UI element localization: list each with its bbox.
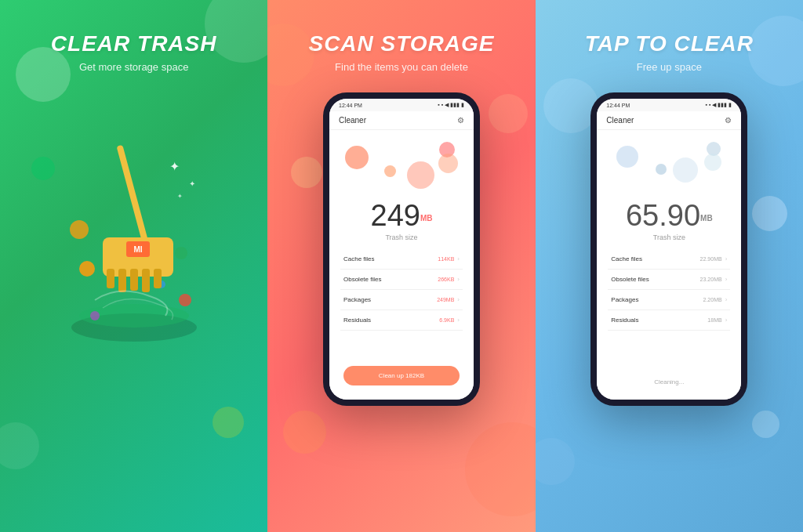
svg-point-3 [175, 247, 187, 259]
file-item-packages: Packages 249MB › [340, 290, 463, 310]
trash-unit-3: MB [700, 214, 713, 223]
app-header: Cleaner ⚙ [329, 111, 474, 130]
svg-rect-12 [130, 269, 138, 291]
svg-point-2 [79, 261, 95, 277]
panel-scan-storage: SCAN STORAGE Find the items you can dele… [267, 0, 535, 532]
panel-clear-trash: CLEAR TRASH Get more storage space [0, 0, 267, 532]
cleaning-status: Cleaning... [605, 372, 733, 392]
file-item-obsolete-3: Obsolete files 23.20MB › [608, 270, 730, 290]
decorative-blob [213, 407, 244, 438]
trash-unit: MB [420, 214, 433, 223]
svg-text:✦: ✦ [189, 179, 195, 188]
panel2-title: SCAN STORAGE [308, 31, 494, 56]
app-name-3: Cleaner [606, 116, 634, 125]
animated-dots [337, 142, 466, 189]
trash-number-3: 65.90 [626, 199, 700, 232]
file-item-residuals: Residuals 6.9KB › [340, 310, 463, 331]
svg-rect-13 [142, 269, 150, 292]
broom-illustration: MI ✦ ✦ ✦ [48, 96, 220, 347]
file-item-cache-3: Cache files 22.90MB › [608, 249, 730, 270]
panel1-subtitle: Get more storage space [79, 61, 188, 73]
svg-rect-11 [118, 269, 126, 292]
decorative-blob [543, 78, 598, 133]
decorative-blob [16, 47, 71, 102]
phone-mockup-2: 12:44 PM ▪ ▪ ◀ ▮▮▮ ▮ Cleaner ⚙ [323, 92, 480, 406]
file-list: Cache files 114KB › Obsolete files 266KB… [337, 249, 466, 360]
svg-text:MI: MI [133, 245, 142, 254]
status-icons: ▪ ▪ ◀ ▮▮▮ ▮ [438, 102, 464, 108]
panel2-subtitle: Find the items you can delete [335, 61, 468, 73]
status-bar: 12:44 PM ▪ ▪ ◀ ▮▮▮ ▮ [329, 99, 474, 111]
svg-text:✦: ✦ [177, 193, 183, 200]
decorative-blob [0, 422, 39, 469]
svg-text:✦: ✦ [169, 160, 180, 173]
decorative-blob [291, 157, 322, 188]
decorative-blob [465, 422, 536, 516]
status-bar-3: 12:44 PM ▪ ▪ ◀ ▮▮▮ ▮ [597, 99, 741, 111]
trash-size-display: 249MB Trash size [337, 193, 466, 249]
trash-label: Trash size [337, 233, 466, 241]
panel3-title: TAP TO CLEAR [585, 31, 754, 56]
decorative-blob [489, 94, 528, 133]
panel3-subtitle: Free up space [637, 61, 702, 73]
phone-mockup-3: 12:44 PM ▪ ▪ ◀ ▮▮▮ ▮ Cleaner ⚙ [590, 92, 747, 406]
decorative-blob [536, 438, 575, 485]
decorative-blob [283, 411, 326, 454]
animated-dots-3 [605, 142, 733, 189]
panel-tap-to-clear: TAP TO CLEAR Free up space 12:44 PM ▪ ▪ … [536, 0, 803, 532]
time-3: 12:44 PM [606, 103, 630, 108]
panel1-title: CLEAR TRASH [51, 31, 217, 56]
trash-label-3: Trash size [605, 233, 733, 241]
file-item-obsolete: Obsolete files 266KB › [340, 270, 463, 290]
svg-point-5 [179, 294, 191, 306]
trash-size-display-3: 65.90MB Trash size [605, 193, 733, 249]
svg-point-6 [90, 311, 100, 320]
status-icons-3: ▪ ▪ ◀ ▮▮▮ ▮ [706, 102, 732, 108]
trash-number: 249 [371, 199, 420, 232]
file-item-cache: Cache files 114KB › [340, 249, 463, 270]
decorative-blob [752, 196, 787, 231]
time: 12:44 PM [339, 103, 362, 108]
svg-rect-14 [154, 269, 162, 288]
settings-icon-3: ⚙ [725, 116, 732, 125]
app-name: Cleaner [339, 116, 366, 125]
decorative-blob [752, 411, 779, 438]
app-header-3: Cleaner ⚙ [597, 111, 741, 130]
file-item-packages-3: Packages 2.20MB › [608, 290, 730, 310]
settings-icon: ⚙ [457, 116, 464, 125]
file-item-residuals-3: Residuals 18MB › [608, 310, 730, 331]
decorative-blob [748, 16, 803, 86]
file-list-3: Cache files 22.90MB › Obsolete files 23.… [605, 249, 733, 372]
svg-rect-10 [107, 269, 114, 288]
svg-point-4 [70, 220, 89, 239]
cleanup-button[interactable]: Clean up 182KB [343, 366, 460, 385]
